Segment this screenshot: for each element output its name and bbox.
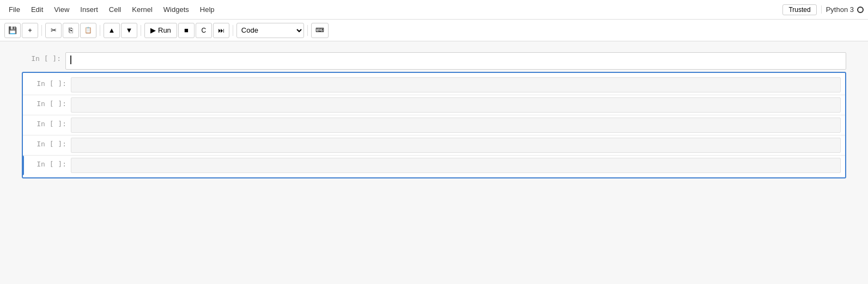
fast-forward-button[interactable]: ⏭ (213, 23, 229, 38)
top-cell-prompt: In [ ]: (22, 52, 65, 63)
cell-group-row-3: In [ ]: (23, 115, 845, 135)
run-button[interactable]: ▶ Run (144, 23, 177, 38)
menu-cell[interactable]: Cell (105, 3, 125, 16)
menu-help[interactable]: Help (196, 3, 219, 16)
trusted-button[interactable]: Trusted (782, 4, 816, 15)
cell-5-input[interactable] (71, 158, 841, 173)
menu-insert[interactable]: Insert (76, 3, 102, 16)
cell-4-prompt: In [ ]: (27, 138, 71, 148)
move-up-button[interactable]: ▲ (104, 23, 120, 38)
save-icon: 💾 (8, 26, 17, 34)
selected-cell-group: In [ ]: In [ ]: In [ ]: In [ ]: In [ ]: (22, 72, 846, 178)
text-cursor (70, 55, 71, 64)
cell-1-prompt: In [ ]: (27, 77, 71, 88)
menu-view[interactable]: View (50, 3, 74, 16)
move-down-button[interactable]: ▼ (121, 23, 137, 38)
restart-icon: C (202, 27, 207, 34)
separator-5 (307, 25, 308, 36)
notebook-area: In [ ]: In [ ]: In [ ]: In [ ]: In [ ]: (0, 41, 868, 282)
separator-2 (100, 25, 100, 36)
add-cell-button[interactable]: + (22, 23, 38, 38)
menu-file[interactable]: File (4, 3, 25, 16)
active-cell-indicator (22, 156, 24, 175)
fast-forward-icon: ⏭ (218, 27, 224, 34)
cell-group-row-4: In [ ]: (23, 135, 845, 155)
stop-button[interactable]: ■ (178, 23, 195, 38)
cell-2-input[interactable] (71, 97, 841, 113)
run-label: Run (158, 26, 171, 34)
keyboard-shortcuts-button[interactable]: ⌨ (311, 23, 329, 38)
cell-group-row-5: In [ ]: (23, 155, 845, 175)
top-cell-input[interactable] (65, 52, 846, 70)
kernel-indicator: Python 3 (821, 5, 864, 14)
cell-type-select[interactable]: Code Markdown Raw NBConvert Heading (236, 23, 304, 38)
menu-kernel[interactable]: Kernel (128, 3, 157, 16)
kernel-status-circle (857, 7, 864, 13)
cut-button[interactable]: ✂ (45, 23, 62, 38)
menu-widgets[interactable]: Widgets (159, 3, 193, 16)
restart-button[interactable]: C (196, 23, 212, 38)
kernel-name-label: Python 3 (826, 5, 854, 14)
paste-button[interactable]: 📋 (80, 23, 96, 38)
cell-2-prompt: In [ ]: (27, 97, 71, 108)
cell-1-input[interactable] (71, 77, 841, 92)
cell-group-row-1: In [ ]: (23, 75, 845, 95)
separator-4 (233, 25, 233, 36)
cell-5-prompt: In [ ]: (27, 158, 71, 168)
cell-group-row-2: In [ ]: (23, 95, 845, 115)
plus-icon: + (28, 26, 32, 34)
stop-icon: ■ (184, 26, 189, 34)
keyboard-icon: ⌨ (315, 27, 324, 34)
copy-button[interactable]: ⎘ (63, 23, 79, 38)
menubar: File Edit View Insert Cell Kernel Widget… (0, 0, 868, 20)
copy-icon: ⎘ (69, 26, 73, 34)
menu-items: File Edit View Insert Cell Kernel Widget… (4, 3, 782, 16)
separator-1 (41, 25, 42, 36)
arrow-down-icon: ▼ (126, 26, 133, 34)
separator-3 (141, 25, 141, 36)
top-cell: In [ ]: (22, 52, 846, 70)
menu-edit[interactable]: Edit (27, 3, 47, 16)
cell-4-input[interactable] (71, 138, 841, 153)
menubar-right: Trusted Python 3 (782, 4, 864, 15)
save-button[interactable]: 💾 (4, 23, 21, 38)
cell-3-prompt: In [ ]: (27, 118, 71, 128)
paste-icon: 📋 (84, 27, 92, 34)
arrow-up-icon: ▲ (108, 26, 116, 34)
cell-3-input[interactable] (71, 118, 841, 133)
toolbar: 💾 + ✂ ⎘ 📋 ▲ ▼ ▶ Run ■ C ⏭ Code Markdown … (0, 20, 868, 41)
play-icon: ▶ (150, 26, 156, 34)
scissors-icon: ✂ (51, 26, 57, 34)
